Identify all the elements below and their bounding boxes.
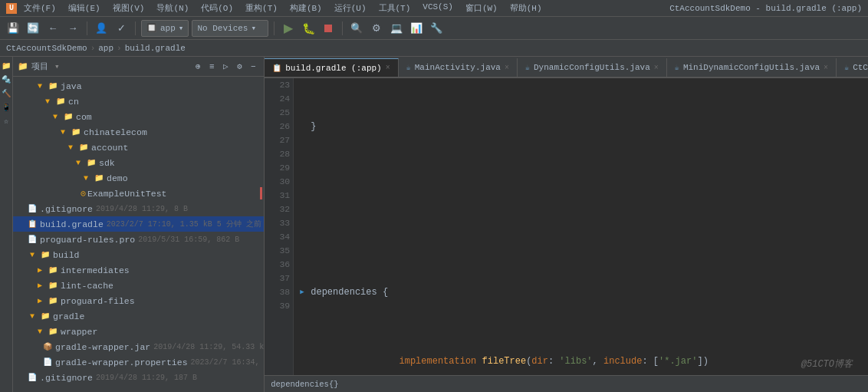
- tree-intermediates[interactable]: ▶ 📁 intermediates: [13, 262, 264, 278]
- android-icon[interactable]: 📱: [0, 101, 12, 114]
- tree-lint-cache[interactable]: ▶ 📁 lint-cache: [13, 278, 264, 293]
- breadcrumb-file[interactable]: build.gradle: [125, 44, 186, 53]
- file-panel: 📁 项目 ▾ ⊕ ≡ ▷ ⚙ − ▼ 📁 java ▼ 📁 cn: [13, 57, 265, 392]
- save-button[interactable]: 💾: [5, 20, 21, 37]
- tab-minidynamic[interactable]: ☕ MiniDynamicConfigUtils.java ×: [667, 58, 837, 77]
- separator-1: [87, 21, 87, 35]
- tree-gradle-props[interactable]: 📄 gradle-wrapper.properties 2023/2/7 16:…: [13, 354, 264, 370]
- tree-demo[interactable]: ▼ 📁 demo: [13, 170, 264, 186]
- menu-file[interactable]: 文件(F): [21, 2, 58, 14]
- tree-proguard-files[interactable]: ▶ 📁 proguard-files: [13, 293, 264, 308]
- search-button[interactable]: 🔍: [348, 20, 365, 37]
- window-title: CtAccountSdkDemo - build.gradle (:app): [669, 4, 862, 13]
- menu-build[interactable]: 构建(B): [288, 2, 324, 14]
- close-tab-0[interactable]: ×: [386, 64, 390, 72]
- tree-build-folder[interactable]: ▼ 📁 build: [13, 247, 264, 262]
- build-icon[interactable]: 🔨: [0, 87, 12, 100]
- profile-button[interactable]: 👤: [93, 20, 110, 37]
- menu-view[interactable]: 视图(V): [110, 2, 147, 14]
- tree-proguard[interactable]: 📄 proguard-rules.pro 2019/5/31 16:59, 86…: [13, 232, 264, 247]
- tree-build-gradle[interactable]: 📋 build.gradle 2023/2/7 17:10, 1.35 kB 5…: [13, 216, 264, 232]
- sync-button[interactable]: 🔄: [25, 20, 41, 37]
- tree-sdk[interactable]: ▼ 📁 sdk: [13, 155, 264, 170]
- tree-cn[interactable]: ▼ 📁 cn: [13, 94, 264, 109]
- menu-refactor[interactable]: 重构(T): [243, 2, 280, 14]
- close-tab-1[interactable]: ×: [505, 64, 509, 72]
- breadcrumb-sep-1: ›: [90, 44, 96, 53]
- forward-button[interactable]: →: [64, 20, 81, 37]
- menu-code[interactable]: 代码(O): [199, 2, 235, 14]
- menu-help[interactable]: 帮助(H): [508, 2, 544, 14]
- status-bar: dependencies{}: [265, 375, 868, 392]
- project-icon[interactable]: 📁: [0, 60, 12, 72]
- code-content[interactable]: } ▶ dependencies {: [294, 78, 868, 375]
- tree-com[interactable]: ▼ 📁 com: [13, 109, 264, 124]
- favorites-icon[interactable]: ☆: [0, 115, 12, 127]
- tree-gradle-folder[interactable]: ▼ 📁 gradle: [13, 308, 264, 324]
- tab-mainactivity[interactable]: ☕ MainActivity.java ×: [399, 58, 518, 77]
- tab-bar: 📋 build.gradle (:app) × ☕ MainActivity.j…: [265, 57, 868, 78]
- line-numbers: 23 24 25 26 27 28 29 30 31 32 33 34 35 3…: [265, 78, 294, 375]
- sync-tree-button[interactable]: ⊕: [192, 61, 204, 73]
- tree-wrapper[interactable]: ▼ 📁 wrapper: [13, 324, 264, 339]
- breadcrumb-project[interactable]: CtAccountSdkDemo: [6, 44, 87, 53]
- menu-window[interactable]: 窗口(W): [463, 2, 500, 14]
- status-dependencies: dependencies{}: [271, 380, 338, 389]
- app-logo: U: [6, 3, 17, 14]
- settings-tree-button[interactable]: ⚙: [233, 61, 245, 73]
- breadcrumb-app[interactable]: app: [98, 44, 113, 53]
- structure-side-icon[interactable]: 🔩: [0, 74, 12, 86]
- menu-nav[interactable]: 导航(N): [154, 2, 191, 14]
- gutter-26[interactable]: ▶: [300, 285, 311, 299]
- toolbar: 💾 🔄 ← → 👤 ✓ 🔲 app ▾ No Devices ▾ ▶ 🐛 ⏹ 🔍…: [0, 17, 868, 40]
- menu-tools[interactable]: 工具(T): [376, 2, 413, 14]
- watermark: @51CTO博客: [801, 357, 853, 371]
- tree-account[interactable]: ▼ 📁 account: [13, 140, 264, 155]
- tab-build-gradle[interactable]: 📋 build.gradle (:app) ×: [265, 58, 398, 77]
- code-line-26: ▶ dependencies {: [300, 285, 868, 299]
- status-left: dependencies{}: [271, 380, 338, 389]
- check-button[interactable]: ✓: [113, 20, 130, 37]
- editor-area: Resource Manager 📋 build.gradle (:app) ×…: [265, 57, 868, 392]
- tree-java[interactable]: ▼ 📁 java: [13, 78, 264, 94]
- structure-button[interactable]: 📊: [408, 20, 425, 37]
- tree-chinatelecom[interactable]: ▼ 📁 chinatelecom: [13, 124, 264, 140]
- file-tree: ▼ 📁 java ▼ 📁 cn ▼ 📁 com ▼ 📁 chinatelecom…: [13, 77, 264, 392]
- close-tab-2[interactable]: ×: [654, 64, 659, 72]
- tab-dynamicconfig[interactable]: ☕ DynamicConfigUtils.java ×: [518, 58, 667, 77]
- tab-ctclick[interactable]: ☕ CtClick ×: [837, 58, 868, 77]
- code-line-25: [300, 230, 868, 244]
- menu-vcs[interactable]: VCS(S): [420, 2, 455, 14]
- app-dropdown[interactable]: 🔲 app ▾: [141, 20, 189, 37]
- code-line-24: [300, 175, 868, 189]
- menu-run[interactable]: 运行(U): [332, 2, 369, 14]
- terminal-button[interactable]: 💻: [388, 20, 405, 37]
- run-button[interactable]: ▶: [280, 20, 297, 37]
- tree-exampleunit[interactable]: ⊙ ExampleUnitTest: [13, 186, 264, 201]
- gradle-button[interactable]: 🔧: [428, 20, 445, 37]
- close-panel-button[interactable]: −: [247, 61, 259, 73]
- tree-gradle-jar[interactable]: 📦 gradle-wrapper.jar 2019/4/28 11:29, 54…: [13, 339, 264, 354]
- settings-button[interactable]: ⚙: [368, 20, 385, 37]
- collapse-all-button[interactable]: ≡: [205, 61, 218, 73]
- separator-2: [135, 21, 136, 35]
- stop-button[interactable]: ⏹: [320, 20, 337, 37]
- tree-gitignore-2[interactable]: 📄 .gitignore 2019/4/28 11:29, 187 B: [13, 370, 264, 385]
- file-panel-header: 📁 项目 ▾ ⊕ ≡ ▷ ⚙ −: [13, 57, 264, 77]
- devices-dropdown[interactable]: No Devices ▾: [192, 20, 268, 37]
- separator-4: [342, 21, 343, 35]
- filter-button[interactable]: ▷: [219, 61, 232, 73]
- debug-button[interactable]: 🐛: [300, 20, 317, 37]
- tree-gitignore-1[interactable]: 📄 .gitignore 2019/4/28 11:29, 8 B: [13, 201, 264, 216]
- code-line-27: implementation fileTree(dir: 'libs', inc…: [300, 341, 868, 375]
- back-button[interactable]: ←: [44, 20, 61, 37]
- breadcrumb: CtAccountSdkDemo › app › build.gradle: [0, 40, 868, 57]
- code-area: 23 24 25 26 27 28 29 30 31 32 33 34 35 3…: [265, 78, 868, 375]
- file-panel-title: 📁 项目 ▾: [18, 61, 60, 72]
- menu-edit[interactable]: 编辑(E): [66, 2, 103, 14]
- breadcrumb-sep-2: ›: [117, 44, 122, 53]
- separator-3: [274, 21, 275, 35]
- left-sidebar-icons: 📁 🔩 🔨 📱 ☆: [0, 57, 13, 392]
- close-tab-3[interactable]: ×: [824, 64, 828, 72]
- file-panel-actions: ⊕ ≡ ▷ ⚙ −: [192, 61, 259, 73]
